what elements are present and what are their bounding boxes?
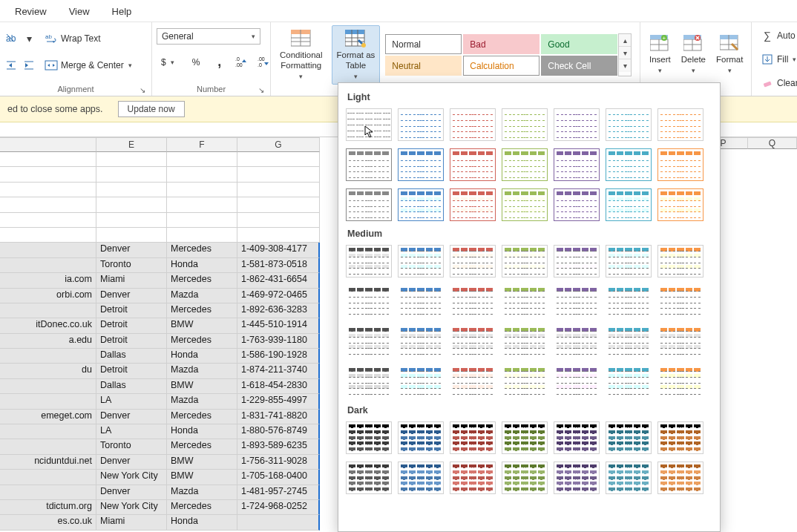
cell[interactable]: Mercedes — [167, 334, 237, 349]
cell[interactable]: 1-893-589-6235 — [237, 439, 320, 454]
cell-style-bad[interactable]: Bad — [463, 34, 539, 54]
table-style-swatch[interactable] — [398, 188, 444, 221]
insert-button[interactable]: + Insert ▾ — [645, 30, 675, 78]
table-style-swatch[interactable] — [346, 245, 392, 278]
dialog-launcher-icon[interactable]: ↘ — [140, 86, 145, 94]
cell[interactable]: BMW — [167, 455, 237, 470]
cell[interactable]: BMW — [167, 318, 237, 333]
cell[interactable] — [0, 394, 96, 409]
cell[interactable] — [0, 379, 96, 394]
table-style-swatch[interactable] — [346, 285, 392, 318]
cell[interactable]: 1-724-968-0252 — [237, 500, 320, 515]
table-style-swatch[interactable] — [346, 365, 392, 398]
cell[interactable]: 1-763-939-1180 — [237, 334, 320, 349]
table-style-swatch[interactable] — [398, 148, 444, 181]
cell[interactable] — [0, 349, 96, 364]
comma-format-button[interactable]: , — [213, 50, 226, 73]
cell[interactable] — [0, 424, 96, 439]
cell[interactable]: Mercedes — [167, 303, 237, 318]
cell[interactable]: ia.com — [0, 273, 96, 288]
decrease-decimal-icon[interactable]: .00.0 — [257, 56, 270, 69]
cell[interactable]: Denver — [96, 455, 167, 470]
cell[interactable]: Dallas — [96, 349, 167, 364]
cell[interactable]: 1-618-454-2830 — [237, 379, 320, 394]
cell[interactable]: 1-409-308-4177 — [237, 243, 320, 257]
decrease-indent-icon[interactable] — [4, 59, 18, 72]
vertical-down-icon[interactable]: ▾ — [22, 32, 36, 45]
table-style-swatch[interactable] — [606, 365, 652, 398]
col-header-e[interactable]: E — [96, 137, 167, 152]
gallery-scroll-down[interactable]: ▾ — [619, 47, 631, 59]
table-style-swatch[interactable] — [450, 325, 496, 358]
increase-indent-icon[interactable] — [22, 59, 36, 72]
table-style-swatch[interactable] — [606, 108, 652, 141]
cell[interactable]: Dallas — [96, 379, 167, 394]
table-style-swatch[interactable] — [657, 188, 703, 221]
cell[interactable]: BMW — [167, 379, 237, 394]
table-style-swatch[interactable] — [554, 462, 600, 494]
table-style-swatch[interactable] — [502, 108, 548, 141]
table-style-swatch[interactable] — [502, 245, 548, 278]
cell-style-normal[interactable]: Normal — [385, 34, 462, 54]
cell[interactable] — [0, 243, 96, 257]
col-header-d[interactable] — [0, 137, 96, 152]
table-style-swatch[interactable] — [554, 421, 600, 454]
cell[interactable]: nciduntdui.net — [0, 455, 96, 470]
table-style-swatch[interactable] — [606, 285, 652, 318]
increase-decimal-icon[interactable]: .0.00 — [234, 56, 248, 69]
table-style-swatch[interactable] — [554, 365, 600, 398]
table-style-swatch[interactable] — [657, 148, 703, 181]
update-now-button[interactable]: Update now — [118, 101, 185, 117]
table-style-swatch[interactable] — [346, 108, 392, 141]
cell[interactable]: 1-481-957-2745 — [237, 485, 320, 500]
table-style-swatch[interactable] — [450, 365, 496, 398]
cell[interactable]: 1-892-636-3283 — [237, 303, 320, 318]
table-style-swatch[interactable] — [450, 188, 496, 221]
table-style-swatch[interactable] — [502, 285, 548, 318]
table-style-swatch[interactable] — [398, 245, 444, 278]
cell-style-check-cell[interactable]: Check Cell — [541, 56, 617, 76]
table-style-swatch[interactable] — [346, 462, 392, 494]
orientation-icon[interactable]: ab — [4, 32, 18, 45]
table-style-swatch[interactable] — [398, 421, 444, 454]
cell[interactable]: Mercedes — [167, 410, 237, 424]
cell[interactable]: Mazda — [167, 485, 237, 500]
format-button[interactable]: Format ▾ — [712, 30, 747, 78]
cell[interactable]: Mercedes — [167, 273, 237, 288]
col-header-g[interactable]: G — [237, 137, 320, 152]
cell[interactable] — [0, 439, 96, 454]
gallery-scroll-up[interactable]: ▴ — [619, 34, 631, 47]
cell[interactable]: Miami — [96, 273, 167, 288]
cell[interactable]: Detroit — [96, 318, 167, 333]
table-style-swatch[interactable] — [346, 421, 392, 454]
cell[interactable]: 1-581-873-0518 — [237, 258, 320, 273]
cell[interactable]: New York City — [96, 500, 167, 515]
table-style-swatch[interactable] — [554, 285, 600, 318]
cell[interactable]: Detroit — [96, 303, 167, 318]
table-style-swatch[interactable] — [502, 421, 548, 454]
table-style-swatch[interactable] — [450, 285, 496, 318]
cell[interactable]: orbi.com — [0, 289, 96, 303]
table-style-swatch[interactable] — [398, 285, 444, 318]
table-style-swatch[interactable] — [606, 188, 652, 221]
table-style-swatch[interactable] — [398, 365, 444, 398]
cell[interactable]: Miami — [96, 515, 167, 530]
accounting-format-button[interactable]: $ ▾ — [157, 53, 179, 71]
cell[interactable]: Denver — [96, 289, 167, 303]
table-style-swatch[interactable] — [502, 325, 548, 358]
table-style-swatch[interactable] — [502, 462, 548, 494]
cell[interactable]: 1-469-972-0465 — [237, 289, 320, 303]
autosum-button[interactable]: ∑ Auto — [756, 25, 797, 46]
cell[interactable]: 1-880-576-8749 — [237, 424, 320, 439]
cell[interactable]: Denver — [96, 410, 167, 424]
cell[interactable]: itDonec.co.uk — [0, 318, 96, 333]
cell[interactable]: BMW — [167, 470, 237, 485]
table-style-swatch[interactable] — [657, 245, 703, 278]
cell[interactable]: Detroit — [96, 334, 167, 349]
table-style-swatch[interactable] — [554, 148, 600, 181]
cell[interactable]: 1-705-168-0400 — [237, 470, 320, 485]
cell[interactable]: New York City — [96, 470, 167, 485]
tab-review[interactable]: Review — [15, 6, 47, 17]
table-style-swatch[interactable] — [554, 245, 600, 278]
cell[interactable]: tdictum.org — [0, 500, 96, 515]
